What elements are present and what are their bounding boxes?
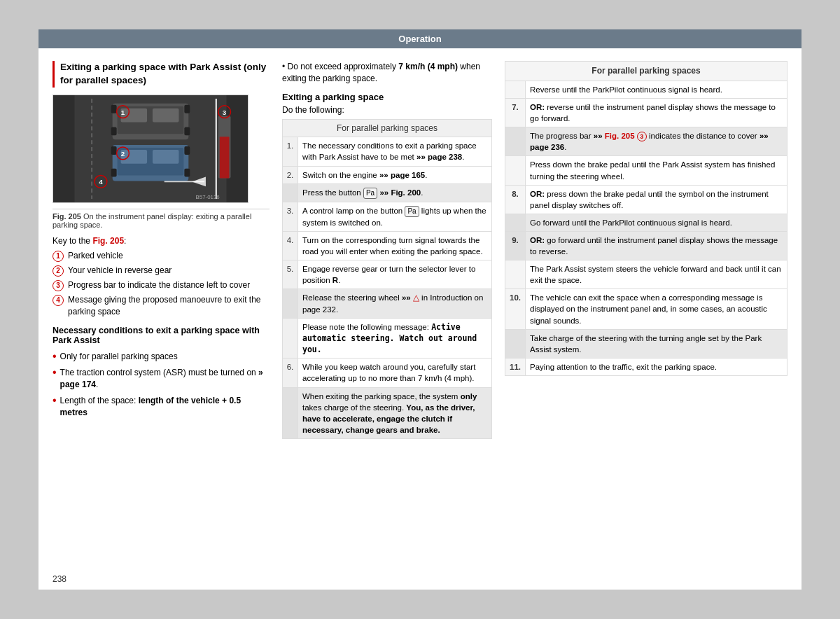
bullet-item-3: • Length of the space: length of the veh… [52, 395, 270, 419]
step-num-release [283, 289, 298, 319]
speed-bold: 7 km/h (4 mph) [398, 62, 458, 71]
right-step-text-takeover: Take charge of the steering with the tur… [526, 329, 788, 358]
right-step-10: 10. The vehicle can exit the space when … [505, 289, 788, 329]
right-step-text-pre7: Reverse until the ParkPilot continuous s… [526, 81, 788, 98]
table-header-cell: For parallel parking spaces [283, 119, 492, 137]
step-3: 3. A control lamp on the button Pa light… [283, 202, 492, 231]
step-text-2: Switch on the engine »» page 165. [298, 166, 492, 183]
section-title: Exiting a parking space with Park Assist… [52, 61, 270, 88]
right-step-num-forward [505, 214, 526, 231]
right-step-text-7: OR: reverse until the instrument panel d… [526, 98, 788, 127]
right-step-steers: The Park Assist system steers the vehicl… [505, 260, 788, 289]
right-step-brake1: Press down the brake pedal until the Par… [505, 156, 788, 185]
step-num-5: 5. [283, 260, 298, 288]
key-text-2: Your vehicle in reverse gear [68, 265, 172, 277]
step-num-6: 6. [283, 359, 298, 387]
step-num-2: 2. [283, 166, 298, 183]
right-step-num-progress [505, 127, 526, 156]
right-step-takeover: Take charge of the steering with the tur… [505, 329, 788, 358]
step-text-pa: Press the button Pa »» Fig. 200. [298, 183, 492, 202]
right-step-pre7: Reverse until the ParkPilot continuous s… [505, 81, 788, 98]
right-step-text-brake1: Press down the brake pedal until the Par… [526, 156, 788, 185]
step-num-note [283, 319, 298, 359]
pa-button-2: Pa [405, 206, 419, 217]
svg-rect-7 [153, 109, 179, 123]
right-step-9: 9. OR: go forward until the instrument p… [505, 231, 788, 260]
step-num-pa [283, 183, 298, 202]
bullet-dot-3: • [52, 395, 57, 406]
step-num-3: 3. [283, 202, 298, 231]
circle-2: 2 [52, 265, 64, 277]
step-5: 5. Engage reverse gear or turn the selec… [283, 260, 492, 288]
right-step-text-progress: The progress bar »» Fig. 205 3 indicates… [526, 127, 788, 156]
warning-icon: △ [413, 293, 419, 302]
bullet-text-1: Only for parallel parking spaces [60, 351, 178, 363]
bullet-list: • Only for parallel parking spaces • The… [52, 351, 270, 418]
svg-text:B57-0136: B57-0136 [196, 194, 220, 200]
key-item-1: 1 Parked vehicle [52, 250, 270, 262]
right-step-text-steers: The Park Assist system steers the vehicl… [526, 260, 788, 289]
step-6: 6. While you keep watch around you, care… [283, 359, 492, 387]
table-header-row: For parallel parking spaces [283, 119, 492, 137]
header-bar: Operation [38, 29, 802, 48]
svg-rect-29 [220, 137, 230, 178]
svg-text:1: 1 [121, 108, 125, 116]
right-step-7: 7. OR: reverse until the instrument pane… [505, 98, 788, 127]
bullet-item-2: • The traction control system (ASR) must… [52, 367, 270, 391]
svg-rect-9 [184, 105, 190, 113]
right-step-num-takeover [505, 329, 526, 358]
svg-rect-10 [111, 127, 117, 135]
step-text-5: Engage reverse gear or turn the selector… [298, 260, 492, 288]
svg-rect-20 [111, 168, 117, 176]
right-step-num-steers [505, 260, 526, 289]
header-title: Operation [398, 34, 441, 44]
fig-ref-205: Fig. 205 [605, 132, 635, 140]
step-release: Release the steering wheel »» △ in Intro… [283, 289, 492, 319]
key-list: 1 Parked vehicle 2 Your vehicle in rever… [52, 250, 270, 318]
right-step-11: 11. Paying attention to the traffic, exi… [505, 358, 788, 375]
svg-text:3: 3 [223, 108, 227, 116]
circle-4: 4 [52, 295, 64, 306]
step-text-warning: When exiting the parking space, the syst… [298, 387, 492, 438]
right-step-text-9: OR: go forward until the instrument pane… [526, 231, 788, 260]
right-step-num-11: 11. [505, 358, 526, 375]
right-column: For parallel parking spaces Reverse unti… [505, 61, 788, 573]
step-text-note: Please note the following message: Activ… [298, 319, 492, 359]
step-2: 2. Switch on the engine »» page 165. [283, 166, 492, 183]
page: Operation Exiting a parking space with P… [38, 29, 802, 590]
step-4: 4. Turn on the corresponding turn signal… [283, 231, 492, 260]
right-step-text-8: OR: press down the brake pedal until the… [526, 185, 788, 214]
right-step-num-9: 9. [505, 231, 526, 260]
code-message: Active automatic steering. Watch out aro… [302, 322, 477, 354]
step-num-4: 4. [283, 231, 298, 260]
fig-caption: Fig. 205 On the instrument panel display… [52, 209, 270, 229]
circle-1: 1 [52, 251, 64, 262]
right-table-header-row: For parallel parking spaces [505, 62, 788, 81]
key-item-3: 3 Progress bar to indicate the distance … [52, 279, 270, 291]
svg-text:4: 4 [99, 178, 103, 186]
step-text-1: The necessary conditions to exit a parki… [298, 137, 492, 166]
fig-caption-text: On the instrument panel display: exiting… [52, 212, 251, 229]
right-step-progress: The progress bar »» Fig. 205 3 indicates… [505, 127, 788, 156]
figure-box: 1 2 [52, 95, 248, 203]
right-step-num-pre7 [505, 81, 526, 98]
step-pa: Press the button Pa »» Fig. 200. [283, 183, 492, 202]
step-note: Please note the following message: Activ… [283, 319, 492, 359]
key-fig-ref: Fig. 205 [92, 236, 124, 246]
right-step-text-11: Paying attention to the traffic, exit th… [526, 358, 788, 375]
do-following: Do the following: [282, 105, 492, 115]
middle-column: • Do not exceed approximately 7 km/h (4 … [282, 61, 492, 573]
step-text-6: While you keep watch around you, careful… [298, 359, 492, 387]
step-text-release: Release the steering wheel »» △ in Intro… [298, 289, 492, 319]
circle-3: 3 [52, 280, 64, 291]
svg-rect-8 [111, 105, 117, 113]
fig-label: Fig. 205 [52, 212, 81, 221]
right-step-text-10: The vehicle can exit the space when a co… [526, 289, 788, 329]
svg-rect-11 [184, 127, 190, 135]
key-text-1: Parked vehicle [68, 250, 123, 262]
svg-rect-18 [111, 146, 117, 155]
right-step-num-7: 7. [505, 98, 526, 127]
speed-note: • Do not exceed approximately 7 km/h (4 … [282, 61, 492, 85]
right-table-header-cell: For parallel parking spaces [505, 62, 788, 81]
step-text-3: A control lamp on the button Pa lights u… [298, 202, 492, 231]
